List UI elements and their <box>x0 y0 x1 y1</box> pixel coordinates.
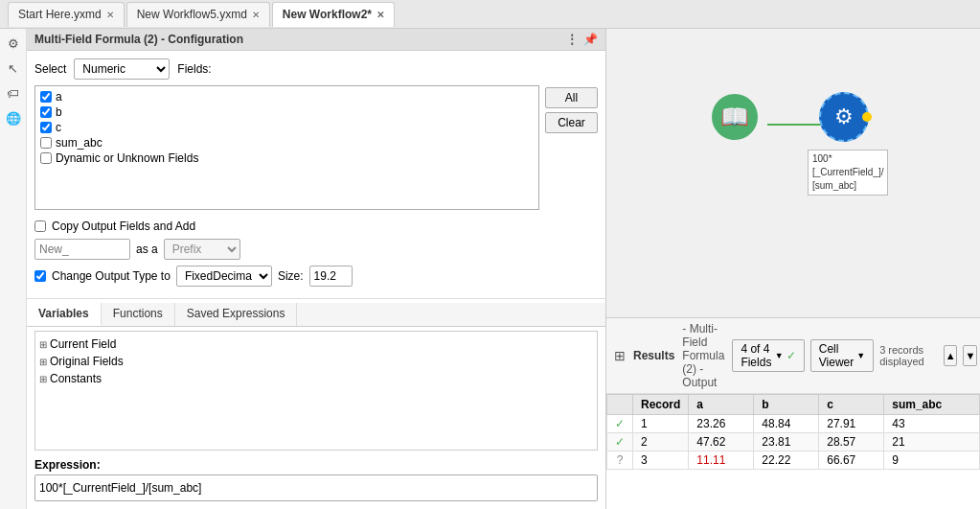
col-header-b: b <box>754 395 819 415</box>
tab-workflow2[interactable]: New Workflow2* ✕ <box>272 2 395 27</box>
fields-list: a b c sum_abc <box>34 85 539 210</box>
check-icon: ✓ <box>786 349 796 362</box>
fields-label: Fields: <box>177 62 211 76</box>
config-header-icons: ⋮ 📌 <box>566 33 598 46</box>
select-dropdown[interactable]: Numeric <box>74 58 170 80</box>
results-panel: ⊞ Results - Multi-Field Formula (2) - Ou… <box>606 317 980 509</box>
table-row: ✓247.6223.8128.5721 <box>607 433 980 451</box>
close-icon[interactable]: ✕ <box>252 10 260 20</box>
change-output-dropdown[interactable]: FixedDecimal <box>176 266 272 287</box>
results-title: Results <box>633 349 674 362</box>
grid-icon: ⊞ <box>614 348 626 363</box>
close-icon[interactable]: ✕ <box>106 10 114 20</box>
field-checkbox-c[interactable] <box>40 122 52 133</box>
tab-start[interactable]: Start Here.yxmd ✕ <box>8 2 125 27</box>
globe-icon[interactable]: 🌐 <box>3 107 24 128</box>
results-table-wrap: Record a b c sum_abc ✓123.2648.8427.9143… <box>606 394 980 509</box>
nav-down-button[interactable]: ▼ <box>963 345 977 366</box>
prefix-row: as a Prefix <box>34 239 598 260</box>
results-controls: 4 of 4 Fields ▼ ✓ Cell Viewer ▼ 3 record… <box>732 339 977 372</box>
cell-a: 11.11 <box>689 451 754 470</box>
table-row: ?311.1122.2266.679 <box>607 451 980 470</box>
prefix-dropdown[interactable]: Prefix <box>164 239 240 260</box>
expression-section: Expression: <box>27 454 605 509</box>
chevron-down-icon: ▼ <box>775 351 784 360</box>
field-item-sum-abc: sum_abc <box>38 135 536 150</box>
tree-item-original-fields[interactable]: ⊞ Original Fields <box>39 353 593 370</box>
field-checkbox-dynamic[interactable] <box>40 152 52 164</box>
cell-b: 23.81 <box>754 433 819 451</box>
left-sidebar: ⚙ ↖ 🏷 🌐 <box>0 29 27 509</box>
row-icon-cell: ✓ <box>607 415 633 433</box>
cell-a: 47.62 <box>689 433 754 451</box>
tab-bar: Start Here.yxmd ✕ New Workflow5.yxmd ✕ N… <box>0 0 980 29</box>
results-subtitle: - Multi-Field Formula (2) - Output <box>682 322 724 389</box>
tab-label: Start Here.yxmd <box>18 8 102 21</box>
cell-viewer-btn[interactable]: Cell Viewer ▼ <box>810 339 874 372</box>
tag-icon[interactable]: 🏷 <box>3 82 24 104</box>
fields-count-btn[interactable]: 4 of 4 Fields ▼ ✓ <box>732 339 804 372</box>
expand-icon: ⊞ <box>39 357 47 367</box>
field-checkbox-b[interactable] <box>40 106 52 118</box>
fields-count-label: 4 of 4 Fields <box>741 342 771 369</box>
cell-record: 2 <box>633 433 689 451</box>
tab-workflow5[interactable]: New Workflow5.yxmd ✕ <box>126 2 270 27</box>
clear-button[interactable]: Clear <box>545 112 598 133</box>
cell-b: 48.84 <box>754 415 819 433</box>
field-label-a[interactable]: a <box>56 90 62 104</box>
field-item-a: a <box>38 89 536 104</box>
field-label-b[interactable]: b <box>56 105 62 119</box>
cursor-icon[interactable]: ↖ <box>3 58 24 79</box>
input-node[interactable]: 📖 <box>712 94 758 140</box>
field-label-dynamic[interactable]: Dynamic or Unknown Fields <box>56 151 198 165</box>
col-header-c: c <box>819 395 884 415</box>
node-label: 100*[_CurrentField_]/[sum_abc] <box>808 150 888 196</box>
select-label: Select <box>34 62 66 76</box>
change-output-checkbox[interactable] <box>34 270 46 282</box>
prefix-input[interactable] <box>34 239 130 260</box>
col-header-a: a <box>689 395 754 415</box>
tab-saved-expressions[interactable]: Saved Expressions <box>175 303 298 326</box>
formula-node[interactable]: ⚙ <box>819 92 869 142</box>
node-label-area: 100*[_CurrentField_]/[sum_abc] <box>808 150 888 196</box>
row-icon-cell: ? <box>607 451 633 470</box>
tab-variables[interactable]: Variables <box>27 303 102 326</box>
cell-viewer-label: Cell Viewer <box>819 342 854 369</box>
tree-label: Constants <box>50 372 102 385</box>
field-checkbox-sum-abc[interactable] <box>40 137 52 149</box>
tree-item-constants[interactable]: ⊞ Constants <box>39 370 593 387</box>
change-output-label[interactable]: Change Output Type to <box>52 269 171 283</box>
field-label-sum-abc[interactable]: sum_abc <box>56 136 103 150</box>
row-icon-cell: ✓ <box>607 433 633 451</box>
node-connector <box>767 124 827 126</box>
cell-c: 27.91 <box>819 415 884 433</box>
field-label-c[interactable]: c <box>56 121 61 134</box>
right-panel: 📖 ⚙ 100*[_CurrentField_]/[sum_abc] ⊞ Res… <box>606 29 980 509</box>
config-title: Multi-Field Formula (2) - Configuration <box>34 33 243 46</box>
all-button[interactable]: All <box>545 87 598 108</box>
size-input[interactable] <box>309 266 353 287</box>
cell-sum_abc: 43 <box>884 415 980 433</box>
cell-sum_abc: 9 <box>884 451 980 470</box>
inner-tabs-row: Variables Functions Saved Expressions <box>27 303 605 327</box>
close-icon[interactable]: ✕ <box>376 10 384 20</box>
gear-icon[interactable]: ⚙ <box>3 33 24 54</box>
copy-output-checkbox[interactable] <box>34 220 46 232</box>
tree-item-current-field[interactable]: ⊞ Current Field <box>39 335 593 353</box>
expression-input[interactable] <box>34 474 598 501</box>
nav-up-button[interactable]: ▲ <box>944 345 958 366</box>
pin-icon[interactable]: 📌 <box>583 33 598 46</box>
field-checkbox-a[interactable] <box>40 91 52 103</box>
variables-tree: ⊞ Current Field ⊞ Original Fields ⊞ Cons… <box>34 331 598 451</box>
more-icon[interactable]: ⋮ <box>566 33 578 46</box>
expression-label: Expression: <box>34 458 598 472</box>
canvas-area[interactable]: 📖 ⚙ 100*[_CurrentField_]/[sum_abc] <box>606 29 980 317</box>
copy-output-label[interactable]: Copy Output Fields and Add <box>52 220 195 233</box>
divider <box>27 298 605 299</box>
config-body: Select Numeric Fields: a <box>27 51 605 509</box>
cell-record: 3 <box>633 451 689 470</box>
tree-label: Current Field <box>50 337 116 351</box>
as-a-label: as a <box>136 243 158 256</box>
tab-functions[interactable]: Functions <box>102 303 175 326</box>
cell-c: 28.57 <box>819 433 884 451</box>
